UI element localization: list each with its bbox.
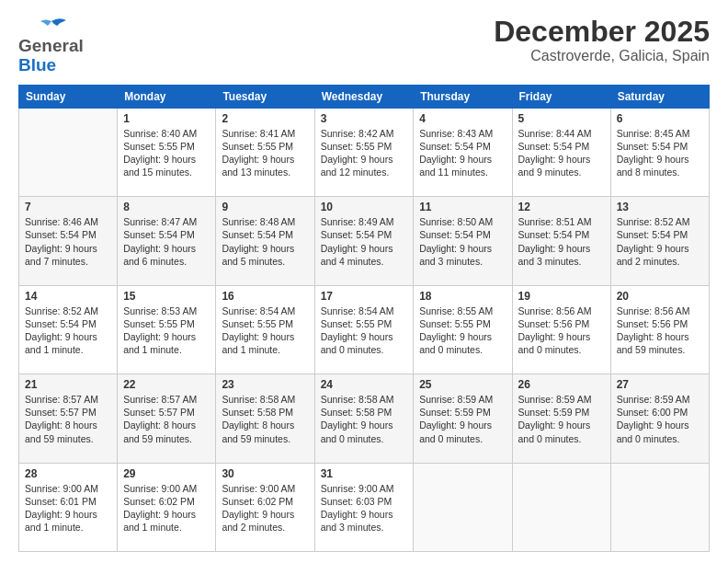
day-info: Sunrise: 8:58 AM Sunset: 5:58 PM Dayligh… [222,393,308,445]
table-row: 14Sunrise: 8:52 AM Sunset: 5:54 PM Dayli… [19,285,118,373]
table-row: 28Sunrise: 9:00 AM Sunset: 6:01 PM Dayli… [19,463,118,551]
table-row: 11Sunrise: 8:50 AM Sunset: 5:54 PM Dayli… [414,197,512,285]
day-number: 8 [123,201,210,213]
table-row: 24Sunrise: 8:58 AM Sunset: 5:58 PM Dayli… [314,374,414,463]
day-info: Sunrise: 8:59 AM Sunset: 5:59 PM Dayligh… [419,393,506,445]
day-number: 18 [419,290,506,303]
logo-blue: Blue [18,55,56,75]
day-info: Sunrise: 9:00 AM Sunset: 6:03 PM Dayligh… [321,482,408,534]
table-row: 25Sunrise: 8:59 AM Sunset: 5:59 PM Dayli… [414,374,512,463]
day-info: Sunrise: 8:54 AM Sunset: 5:55 PM Dayligh… [222,304,308,357]
table-row: 31Sunrise: 9:00 AM Sunset: 6:03 PM Dayli… [314,463,414,551]
day-number: 11 [419,201,506,213]
col-saturday: Saturday [610,85,709,108]
col-thursday: Thursday [414,85,512,108]
table-row: 16Sunrise: 8:54 AM Sunset: 5:55 PM Dayli… [216,285,314,373]
table-row: 29Sunrise: 9:00 AM Sunset: 6:02 PM Dayli… [118,463,216,551]
table-row: 23Sunrise: 8:58 AM Sunset: 5:58 PM Dayli… [216,374,314,463]
day-info: Sunrise: 8:50 AM Sunset: 5:54 PM Dayligh… [419,215,506,268]
calendar-header-row: Sunday Monday Tuesday Wednesday Thursday… [19,85,710,108]
calendar-week-row: 28Sunrise: 9:00 AM Sunset: 6:01 PM Dayli… [19,463,710,551]
table-row: 10Sunrise: 8:49 AM Sunset: 5:54 PM Dayli… [314,197,414,285]
table-row: 8Sunrise: 8:47 AM Sunset: 5:54 PM Daylig… [118,197,216,285]
page: General Blue December 2025 Castroverde, … [0,0,728,563]
day-number: 22 [123,378,210,391]
day-number: 23 [222,378,308,391]
day-info: Sunrise: 8:52 AM Sunset: 5:54 PM Dayligh… [617,215,703,268]
day-number: 14 [25,290,111,303]
day-number: 25 [419,378,506,391]
day-info: Sunrise: 8:40 AM Sunset: 5:55 PM Dayligh… [123,127,210,179]
day-info: Sunrise: 9:00 AM Sunset: 6:02 PM Dayligh… [123,482,210,534]
table-row: 15Sunrise: 8:53 AM Sunset: 5:55 PM Dayli… [118,285,216,373]
day-info: Sunrise: 9:00 AM Sunset: 6:01 PM Dayligh… [25,482,111,534]
day-info: Sunrise: 8:42 AM Sunset: 5:55 PM Dayligh… [321,127,408,179]
day-info: Sunrise: 8:57 AM Sunset: 5:57 PM Dayligh… [25,393,111,445]
day-info: Sunrise: 8:45 AM Sunset: 5:54 PM Dayligh… [617,127,703,179]
day-number: 1 [123,112,210,125]
day-number: 16 [222,290,308,303]
day-info: Sunrise: 8:41 AM Sunset: 5:55 PM Dayligh… [222,127,308,179]
col-sunday: Sunday [19,85,118,108]
day-number: 10 [321,201,408,213]
day-number: 12 [518,201,605,213]
day-info: Sunrise: 8:49 AM Sunset: 5:54 PM Dayligh… [321,215,408,268]
table-row [19,108,118,196]
day-number: 31 [321,467,408,480]
table-row [610,463,709,551]
day-info: Sunrise: 8:52 AM Sunset: 5:54 PM Dayligh… [25,304,111,357]
table-row: 20Sunrise: 8:56 AM Sunset: 5:56 PM Dayli… [610,285,709,373]
day-number: 13 [617,201,703,213]
day-number: 21 [25,378,111,391]
day-number: 19 [518,290,605,303]
day-number: 7 [25,201,111,213]
day-info: Sunrise: 8:47 AM Sunset: 5:54 PM Dayligh… [123,215,210,268]
month-title: December 2025 [494,17,710,46]
table-row: 1Sunrise: 8:40 AM Sunset: 5:55 PM Daylig… [118,108,216,196]
day-number: 26 [518,378,605,391]
day-number: 5 [518,112,605,125]
day-info: Sunrise: 8:54 AM Sunset: 5:55 PM Dayligh… [321,304,408,357]
calendar-week-row: 1Sunrise: 8:40 AM Sunset: 5:55 PM Daylig… [19,108,710,196]
calendar-table: Sunday Monday Tuesday Wednesday Thursday… [18,85,710,552]
table-row: 30Sunrise: 9:00 AM Sunset: 6:02 PM Dayli… [216,463,314,551]
day-number: 17 [321,290,408,303]
day-info: Sunrise: 8:59 AM Sunset: 6:00 PM Dayligh… [617,393,703,445]
table-row: 17Sunrise: 8:54 AM Sunset: 5:55 PM Dayli… [314,285,414,373]
day-info: Sunrise: 8:44 AM Sunset: 5:54 PM Dayligh… [518,127,605,179]
table-row: 22Sunrise: 8:57 AM Sunset: 5:57 PM Dayli… [118,374,216,463]
day-info: Sunrise: 8:48 AM Sunset: 5:54 PM Dayligh… [222,215,308,268]
day-info: Sunrise: 8:55 AM Sunset: 5:55 PM Dayligh… [419,304,506,357]
day-number: 28 [25,467,111,480]
logo: General Blue [18,17,84,75]
day-number: 15 [123,290,210,303]
location: Castroverde, Galicia, Spain [494,48,710,64]
day-info: Sunrise: 8:43 AM Sunset: 5:54 PM Dayligh… [419,127,506,179]
calendar-week-row: 14Sunrise: 8:52 AM Sunset: 5:54 PM Dayli… [19,285,710,373]
table-row: 2Sunrise: 8:41 AM Sunset: 5:55 PM Daylig… [216,108,314,196]
day-number: 9 [222,201,308,213]
table-row: 9Sunrise: 8:48 AM Sunset: 5:54 PM Daylig… [216,197,314,285]
table-row: 12Sunrise: 8:51 AM Sunset: 5:54 PM Dayli… [512,197,610,285]
day-number: 27 [617,378,703,391]
table-row: 4Sunrise: 8:43 AM Sunset: 5:54 PM Daylig… [414,108,512,196]
table-row: 27Sunrise: 8:59 AM Sunset: 6:00 PM Dayli… [610,374,709,463]
day-info: Sunrise: 8:59 AM Sunset: 5:59 PM Dayligh… [518,393,605,445]
title-block: December 2025 Castroverde, Galicia, Spai… [494,17,710,64]
table-row [512,463,610,551]
day-number: 4 [419,112,506,125]
day-info: Sunrise: 8:57 AM Sunset: 5:57 PM Dayligh… [123,393,210,445]
table-row: 5Sunrise: 8:44 AM Sunset: 5:54 PM Daylig… [512,108,610,196]
day-info: Sunrise: 8:56 AM Sunset: 5:56 PM Dayligh… [617,304,703,357]
calendar-week-row: 7Sunrise: 8:46 AM Sunset: 5:54 PM Daylig… [19,197,710,285]
col-tuesday: Tuesday [216,85,314,108]
table-row: 6Sunrise: 8:45 AM Sunset: 5:54 PM Daylig… [610,108,709,196]
day-number: 6 [617,112,703,125]
day-number: 20 [617,290,703,303]
table-row: 13Sunrise: 8:52 AM Sunset: 5:54 PM Dayli… [610,197,709,285]
day-info: Sunrise: 8:51 AM Sunset: 5:54 PM Dayligh… [518,215,605,268]
table-row: 19Sunrise: 8:56 AM Sunset: 5:56 PM Dayli… [512,285,610,373]
table-row: 7Sunrise: 8:46 AM Sunset: 5:54 PM Daylig… [19,197,118,285]
day-number: 29 [123,467,210,480]
table-row: 18Sunrise: 8:55 AM Sunset: 5:55 PM Dayli… [414,285,512,373]
